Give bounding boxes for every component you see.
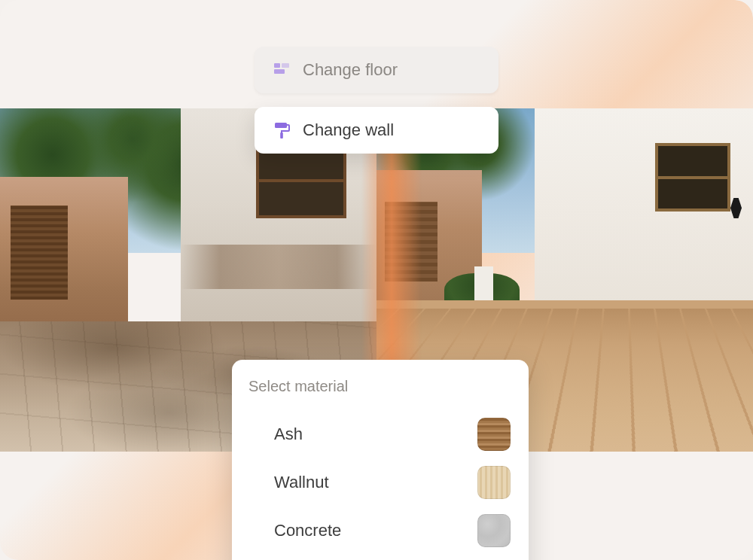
menu-item-label: Change wall (303, 120, 394, 140)
svg-rect-0 (274, 63, 280, 68)
material-name: Ash (274, 425, 303, 444)
material-panel: Select material Ash Wallnut Concrete Whi… (232, 360, 529, 560)
material-panel-title: Select material (248, 378, 514, 395)
material-name: Wallnut (274, 473, 329, 492)
floor-icon (273, 61, 291, 79)
material-list: Ash Wallnut Concrete White paint (253, 410, 514, 560)
material-option-white-paint[interactable]: White paint (253, 555, 514, 560)
material-swatch-ash (477, 418, 511, 451)
editor-canvas: Change floor Change wall Select material… (0, 0, 753, 560)
material-swatch-concrete (477, 514, 511, 547)
svg-rect-2 (274, 69, 285, 74)
menu-item-label: Change floor (303, 60, 398, 80)
material-name: Concrete (274, 521, 341, 540)
svg-rect-4 (280, 132, 283, 138)
action-menu: Change floor Change wall (255, 47, 498, 154)
svg-rect-1 (282, 63, 289, 68)
change-floor-button[interactable]: Change floor (255, 47, 498, 93)
svg-rect-3 (275, 123, 287, 128)
paint-roller-icon (273, 121, 291, 139)
change-wall-button[interactable]: Change wall (255, 107, 498, 154)
material-option-ash[interactable]: Ash (253, 410, 514, 458)
material-option-walnut[interactable]: Wallnut (253, 458, 514, 507)
material-option-concrete[interactable]: Concrete (253, 507, 514, 555)
material-swatch-walnut (477, 466, 511, 499)
